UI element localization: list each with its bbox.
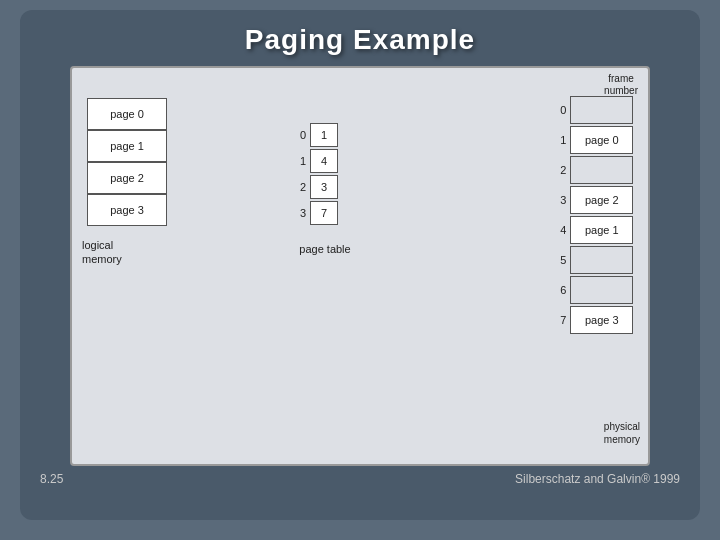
physical-memory-column: 01page 023page 24page 1567page 3 xyxy=(553,96,633,336)
pt-index-2: 2 xyxy=(292,181,306,193)
pm-cell-0 xyxy=(570,96,633,124)
slide-title: Paging Example xyxy=(245,24,475,56)
page-table: 01142337 xyxy=(292,123,338,227)
pt-cell-2: 3 xyxy=(310,175,338,199)
pm-cell-2 xyxy=(570,156,633,184)
pm-cell-3: page 2 xyxy=(570,186,633,214)
footer-page-number: 8.25 xyxy=(40,472,63,486)
pm-cell-4: page 1 xyxy=(570,216,633,244)
pm-index-3: 3 xyxy=(553,194,566,206)
physical-memory-row-7: 7page 3 xyxy=(553,306,633,334)
pt-cell-3: 7 xyxy=(310,201,338,225)
physical-memory-row-2: 2 xyxy=(553,156,633,184)
physical-memory-row-4: 4page 1 xyxy=(553,216,633,244)
physical-memory-row-0: 0 xyxy=(553,96,633,124)
pt-index-1: 1 xyxy=(292,155,306,167)
pm-index-6: 6 xyxy=(553,284,566,296)
pt-index-3: 3 xyxy=(292,207,306,219)
logical-memory-column: page 0page 1page 2page 3 xyxy=(87,98,167,226)
pm-cell-7: page 3 xyxy=(570,306,633,334)
physical-memory-row-3: 3page 2 xyxy=(553,186,633,214)
pm-cell-5 xyxy=(570,246,633,274)
logical-memory-label: logicalmemory xyxy=(82,238,122,267)
page-table-label: page table xyxy=(290,243,360,255)
pm-index-2: 2 xyxy=(553,164,566,176)
pm-cell-6 xyxy=(570,276,633,304)
footer: 8.25 Silberschatz and Galvin® 1999 xyxy=(20,470,700,488)
physical-memory-row-5: 5 xyxy=(553,246,633,274)
physical-memory-row-6: 6 xyxy=(553,276,633,304)
page-table-row-3: 37 xyxy=(292,201,338,225)
pm-index-1: 1 xyxy=(553,134,566,146)
physical-memory-row-1: 1page 0 xyxy=(553,126,633,154)
diagram-area: page 0page 1page 2page 3 logicalmemory 0… xyxy=(70,66,650,466)
footer-copyright: Silberschatz and Galvin® 1999 xyxy=(515,472,680,486)
page-table-row-2: 23 xyxy=(292,175,338,199)
logical-memory-cell-1: page 1 xyxy=(87,130,167,162)
page-table-row-0: 01 xyxy=(292,123,338,147)
logical-memory-cell-3: page 3 xyxy=(87,194,167,226)
pt-cell-1: 4 xyxy=(310,149,338,173)
pm-index-5: 5 xyxy=(553,254,566,266)
pm-cell-1: page 0 xyxy=(570,126,633,154)
logical-memory-cell-2: page 2 xyxy=(87,162,167,194)
pm-index-0: 0 xyxy=(553,104,566,116)
logical-memory-cell-0: page 0 xyxy=(87,98,167,130)
physical-memory-label: physicalmemory xyxy=(604,420,640,446)
physical-memory-header: framenumber xyxy=(604,73,638,97)
pt-index-0: 0 xyxy=(292,129,306,141)
pm-index-4: 4 xyxy=(553,224,566,236)
pm-index-7: 7 xyxy=(553,314,566,326)
slide-container: Paging Example page 0page 1page 2page 3 … xyxy=(20,10,700,520)
pt-cell-0: 1 xyxy=(310,123,338,147)
page-table-row-1: 14 xyxy=(292,149,338,173)
